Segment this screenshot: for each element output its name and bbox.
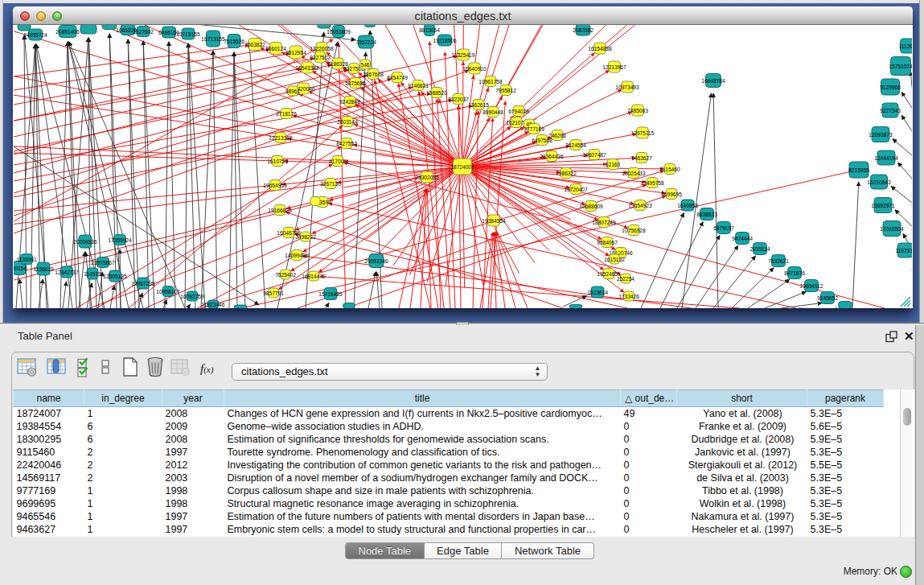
svg-text:10654112: 10654112 [800,283,823,289]
svg-text:39154: 39154 [14,266,27,271]
svg-text:2935114: 2935114 [749,246,770,252]
svg-text:1640953: 1640953 [677,203,698,208]
svg-text:12213389: 12213389 [269,135,293,141]
svg-text:2087682: 2087682 [573,27,593,33]
svg-text:9146821: 9146821 [408,83,429,89]
svg-text:1156819: 1156819 [33,266,54,272]
svg-text:10025433: 10025433 [622,171,646,176]
svg-text:13495758: 13495758 [640,180,664,186]
svg-text:8322037: 8322037 [448,97,469,102]
svg-text:11923446: 11923446 [202,302,225,307]
svg-text:3267130: 3267130 [320,181,341,187]
svg-text:2718176: 2718176 [276,111,297,117]
svg-text:12093873: 12093873 [869,132,893,138]
svg-text:417006: 417006 [329,159,347,164]
svg-text:7515526: 7515526 [224,39,244,44]
svg-text:252254: 252254 [617,276,634,282]
svg-text:9327503: 9327503 [310,55,331,60]
svg-text:12505135: 12505135 [103,274,127,279]
svg-text:15751074: 15751074 [889,64,912,69]
svg-text:1588520: 1588520 [426,90,447,96]
svg-text:8454749: 8454749 [387,75,408,80]
svg-text:16914479: 16914479 [302,274,326,279]
svg-text:9115460: 9115460 [659,167,680,172]
svg-text:18807249: 18807249 [592,220,616,225]
svg-text:62160: 62160 [606,162,621,167]
svg-text:7663822: 7663822 [244,42,265,47]
svg-text:9699695: 9699695 [661,192,682,197]
svg-text:18724007: 18724007 [450,164,474,170]
svg-text:1527602: 1527602 [133,29,154,35]
svg-text:5875685: 5875685 [345,80,366,86]
svg-text:114519: 114519 [84,271,101,277]
svg-text:16640910: 16640910 [462,66,487,72]
svg-text:10807487: 10807487 [582,152,606,158]
svg-text:19654923: 19654923 [628,203,652,208]
svg-text:546: 546 [360,62,369,68]
svg-text:1615132: 1615132 [604,257,625,262]
svg-text:10719155: 10719155 [176,31,200,37]
svg-text:98961: 98961 [285,89,301,94]
svg-text:9463627: 9463627 [631,155,652,161]
svg-text:16713155: 16713155 [201,36,225,42]
svg-text:15692971: 15692971 [871,203,895,208]
svg-text:14055724: 14055724 [23,32,47,38]
svg-text:9227343: 9227343 [880,108,901,113]
svg-text:10756928: 10756928 [622,228,646,233]
svg-text:12342737: 12342737 [55,270,79,275]
svg-text:9474444: 9474444 [732,236,753,241]
svg-text:10958107: 10958107 [156,289,180,295]
svg-text:1733426: 1733426 [618,294,639,299]
svg-text:2867608: 2867608 [363,72,384,77]
svg-text:10973493: 10973493 [615,84,639,90]
svg-text:1135061: 1135061 [16,257,37,262]
svg-text:17957235: 17957235 [131,281,155,286]
svg-text:19218506: 19218506 [433,38,457,43]
svg-text:23975867: 23975867 [91,260,115,266]
svg-text:9777169: 9777169 [524,126,544,132]
svg-text:746266: 746266 [548,133,566,138]
svg-text:19384554: 19384554 [482,218,506,224]
svg-text:10961758: 10961758 [478,79,503,84]
svg-text:7485063: 7485063 [627,108,648,113]
svg-text:8427552: 8427552 [336,141,357,146]
svg-text:9084067: 9084067 [597,240,618,245]
svg-text:6497568: 6497568 [532,138,552,143]
svg-text:1167533: 1167533 [895,248,912,253]
svg-text:7632621: 7632621 [768,258,789,264]
svg-text:9242848: 9242848 [339,99,360,105]
svg-text:16543382: 16543382 [295,65,319,71]
svg-text:8938923: 8938923 [696,212,717,217]
svg-text:13226058: 13226058 [310,46,334,51]
svg-text:6879197: 6879197 [713,225,734,231]
svg-text:16648784: 16648784 [701,78,725,84]
svg-text:f(x): f(x) [200,362,214,375]
svg-text:9129966: 9129966 [880,84,901,90]
svg-text:7625402: 7625402 [275,272,296,278]
svg-text:9245652: 9245652 [817,295,838,301]
svg-text:16210643: 16210643 [867,179,891,185]
svg-text:8912954: 8912954 [285,50,306,56]
svg-text:20891406: 20891406 [55,29,80,35]
svg-text:9857791: 9857791 [263,290,284,296]
svg-text:1513614: 1513614 [587,290,608,295]
svg-text:7986322: 7986322 [556,171,577,176]
svg-text:15716485: 15716485 [318,291,343,297]
svg-text:21364436: 21364436 [540,154,564,159]
svg-text:8471676: 8471676 [784,270,805,276]
svg-text:3498222: 3498222 [295,234,316,240]
svg-text:3624554: 3624554 [565,142,586,148]
svg-text:12444194: 12444194 [874,155,898,161]
svg-text:19166825: 19166825 [268,208,292,213]
svg-text:29053346: 29053346 [364,258,388,264]
svg-text:1112616: 1112616 [899,43,912,49]
svg-text:7357224: 7357224 [355,39,376,45]
svg-text:17016504: 17016504 [880,226,904,232]
svg-text:15720407: 15720407 [564,187,588,192]
svg-text:12213967: 12213967 [602,64,626,70]
svg-text:11325419: 11325419 [452,52,475,58]
svg-text:7955812: 7955812 [495,88,516,93]
svg-text:16782759: 16782759 [180,294,204,299]
svg-text:8215955: 8215955 [848,167,869,173]
svg-text:10688609: 10688609 [579,204,603,209]
